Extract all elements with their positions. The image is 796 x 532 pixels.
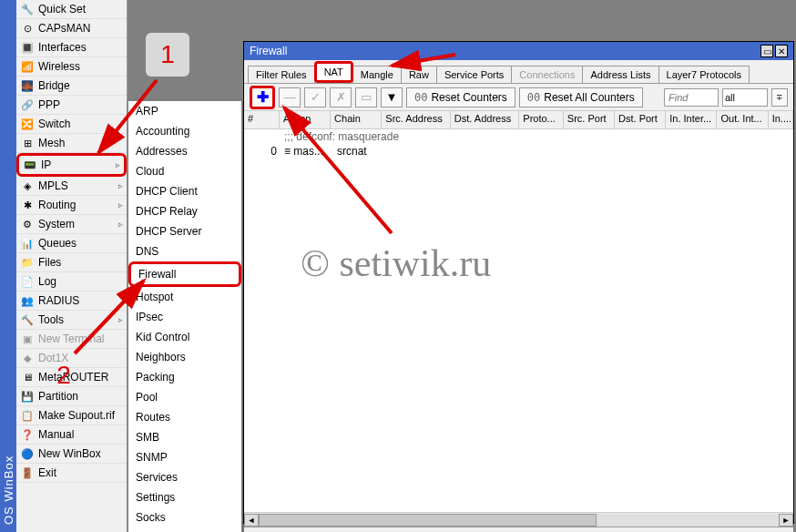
submenu-item-services[interactable]: Services bbox=[128, 467, 241, 487]
enable-button[interactable]: ✓ bbox=[304, 87, 326, 107]
column-header[interactable]: Action bbox=[280, 111, 331, 128]
submenu-item-snmp[interactable]: SNMP bbox=[128, 447, 241, 467]
rules-grid[interactable]: #ActionChainSrc. AddressDst. AddressProt… bbox=[244, 111, 793, 512]
submenu-item-kid-control[interactable]: Kid Control bbox=[128, 327, 241, 347]
submenu-item-dns[interactable]: DNS bbox=[128, 241, 241, 261]
sidebar-item-mesh[interactable]: ⊞Mesh bbox=[16, 134, 127, 153]
sidebar-item-manual[interactable]: ❓Manual bbox=[16, 425, 127, 445]
sidebar-label: CAPsMAN bbox=[38, 22, 90, 35]
app-title-bar: OS WinBox bbox=[0, 0, 16, 532]
menu-icon: ⊙ bbox=[20, 21, 35, 36]
table-row[interactable]: 0≡ mas...srcnat bbox=[244, 144, 793, 159]
submenu-item-hotspot[interactable]: Hotspot bbox=[128, 287, 241, 307]
column-header[interactable]: Chain bbox=[331, 111, 382, 128]
submenu-item-routes[interactable]: Routes bbox=[128, 407, 241, 427]
submenu-item-cloud[interactable]: Cloud bbox=[128, 161, 241, 181]
tab-connections[interactable]: Connections bbox=[511, 66, 583, 83]
sidebar-item-mpls[interactable]: ◈MPLS▹ bbox=[16, 177, 127, 196]
filter-select[interactable] bbox=[722, 88, 768, 107]
remove-button[interactable]: — bbox=[279, 87, 301, 107]
submenu-item-dhcp-relay[interactable]: DHCP Relay bbox=[128, 201, 241, 221]
column-header[interactable]: Proto... bbox=[519, 111, 564, 128]
scroll-right-icon[interactable]: ► bbox=[779, 514, 793, 527]
sidebar-label: Tools bbox=[38, 313, 64, 326]
minimize-icon[interactable]: ▭ bbox=[760, 45, 773, 57]
sidebar-label: Bridge bbox=[38, 79, 70, 92]
tab-address-lists[interactable]: Address Lists bbox=[582, 66, 658, 83]
horizontal-scrollbar[interactable]: ◄ ► bbox=[244, 512, 793, 527]
submenu-item-addresses[interactable]: Addresses bbox=[128, 141, 241, 161]
status-bar: 1 item bbox=[244, 527, 793, 532]
filter-icon[interactable]: ▼ bbox=[381, 87, 403, 107]
tab-service-ports[interactable]: Service Ports bbox=[436, 66, 512, 83]
sidebar-item-make-supout-rif[interactable]: 📋Make Supout.rif bbox=[16, 406, 127, 425]
tab-mangle[interactable]: Mangle bbox=[352, 66, 402, 83]
reset-all-counters-button[interactable]: 00Reset All Counters bbox=[519, 87, 643, 107]
sidebar-item-new-winbox[interactable]: 🔵New WinBox bbox=[16, 445, 127, 464]
menu-icon: 🔧 bbox=[20, 2, 35, 16]
sidebar-item-exit[interactable]: 🚪Exit bbox=[16, 464, 127, 483]
submenu-item-arp[interactable]: ARP bbox=[128, 101, 241, 121]
column-header[interactable]: Dst. Port bbox=[615, 111, 666, 128]
sidebar-label: Quick Set bbox=[38, 3, 86, 15]
sidebar-label: System bbox=[38, 218, 75, 230]
submenu-item-dhcp-client[interactable]: DHCP Client bbox=[128, 181, 241, 201]
submenu-item-socks[interactable]: Socks bbox=[128, 507, 241, 527]
sidebar-item-quick-set[interactable]: 🔧Quick Set bbox=[16, 0, 127, 19]
disable-button[interactable]: ✗ bbox=[330, 87, 352, 107]
submenu-item-dhcp-server[interactable]: DHCP Server bbox=[128, 221, 241, 241]
add-button[interactable]: ✚ bbox=[250, 86, 275, 109]
tab-raw[interactable]: Raw bbox=[401, 66, 437, 83]
menu-icon: 🖥 bbox=[20, 370, 35, 384]
column-header[interactable]: # bbox=[244, 111, 280, 128]
sidebar-item-log[interactable]: 📄Log bbox=[16, 272, 127, 292]
submenu-item-smb[interactable]: SMB bbox=[128, 427, 241, 447]
reset-counters-button[interactable]: 00Reset Counters bbox=[406, 87, 515, 107]
submenu-item-packing[interactable]: Packing bbox=[128, 367, 241, 387]
submenu-item-ipsec[interactable]: IPsec bbox=[128, 307, 241, 327]
sidebar-item-switch[interactable]: 🔀Switch bbox=[16, 115, 127, 134]
sidebar-item-capsman[interactable]: ⊙CAPsMAN bbox=[16, 19, 127, 38]
submenu-item-accounting[interactable]: Accounting bbox=[128, 121, 241, 141]
column-header[interactable]: In. Inter... bbox=[666, 111, 717, 128]
sidebar-item-wireless[interactable]: 📶Wireless bbox=[16, 57, 127, 77]
sidebar-item-tools[interactable]: 🔨Tools▹ bbox=[16, 311, 127, 330]
column-header[interactable]: Src. Address bbox=[382, 111, 451, 128]
sidebar-item-interfaces[interactable]: 🔳Interfaces bbox=[16, 38, 127, 57]
menu-icon: 📟 bbox=[23, 158, 37, 172]
sidebar-item-queues[interactable]: 📊Queues bbox=[16, 234, 127, 253]
find-input[interactable] bbox=[664, 88, 719, 107]
sidebar-label: New WinBox bbox=[38, 447, 101, 460]
sidebar-item-new-terminal[interactable]: ▣New Terminal bbox=[16, 330, 127, 349]
column-header[interactable]: Src. Port bbox=[564, 111, 615, 128]
tab-nat[interactable]: NAT bbox=[314, 61, 353, 83]
scroll-left-icon[interactable]: ◄ bbox=[244, 514, 259, 527]
submenu-item-pool[interactable]: Pool bbox=[128, 387, 241, 407]
menu-icon: 🌉 bbox=[20, 78, 35, 93]
close-icon[interactable]: ✕ bbox=[775, 45, 788, 57]
submenu-item-firewall[interactable]: Firewall bbox=[128, 261, 241, 287]
sidebar-item-routing[interactable]: ✱Routing▹ bbox=[16, 196, 127, 215]
comment-button[interactable]: ▭ bbox=[355, 87, 377, 107]
sidebar-item-radius[interactable]: 👥RADIUS bbox=[16, 292, 127, 311]
sidebar-item-bridge[interactable]: 🌉Bridge bbox=[16, 77, 127, 96]
menu-icon: 🔵 bbox=[20, 446, 35, 461]
column-header[interactable]: Dst. Address bbox=[451, 111, 520, 128]
tab-filter-rules[interactable]: Filter Rules bbox=[248, 66, 315, 83]
submenu-item-tftp[interactable]: TFTP bbox=[128, 527, 241, 532]
tab-layer7-protocols[interactable]: Layer7 Protocols bbox=[658, 66, 750, 83]
chevron-right-icon: ▹ bbox=[118, 220, 123, 229]
sidebar-item-files[interactable]: 📁Files bbox=[16, 253, 127, 272]
column-header[interactable]: In.... bbox=[769, 111, 793, 128]
firewall-titlebar[interactable]: Firewall ▭ ✕ bbox=[244, 42, 793, 60]
menu-icon: ⊞ bbox=[20, 136, 35, 150]
submenu-item-settings[interactable]: Settings bbox=[128, 487, 241, 507]
sidebar-item-ppp[interactable]: 🔗PPP bbox=[16, 96, 127, 115]
column-header[interactable]: Out. Int... bbox=[717, 111, 768, 128]
submenu-item-neighbors[interactable]: Neighbors bbox=[128, 347, 241, 367]
sidebar-label: Make Supout.rif bbox=[38, 409, 115, 422]
sidebar-item-system[interactable]: ⚙System▹ bbox=[16, 215, 127, 234]
table-row[interactable]: ;;; defconf: masquerade bbox=[244, 129, 793, 144]
sidebar-item-ip[interactable]: 📟IP▹ bbox=[16, 153, 127, 177]
dropdown-icon[interactable]: ∓ bbox=[771, 88, 788, 107]
